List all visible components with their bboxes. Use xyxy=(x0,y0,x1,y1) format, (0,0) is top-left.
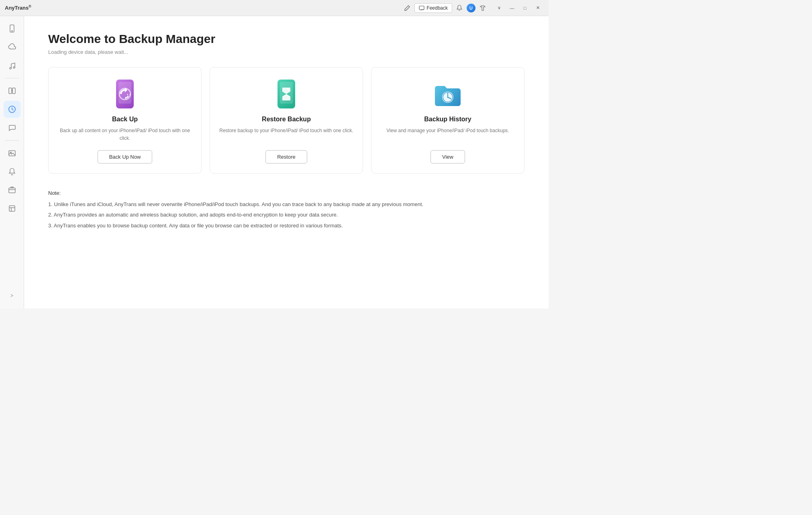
svg-rect-12 xyxy=(9,206,15,211)
edit-icon[interactable] xyxy=(403,4,411,12)
sidebar-mid-group xyxy=(0,82,24,136)
account-icon[interactable] xyxy=(479,4,487,12)
backup-now-button[interactable]: Back Up Now xyxy=(98,150,153,163)
sidebar-top-group xyxy=(0,20,24,74)
page-title: Welcome to Backup Manager xyxy=(48,32,524,46)
history-card-title: Backup History xyxy=(424,116,471,123)
restore-card: Restore Backup Restore backup to your iP… xyxy=(210,67,363,174)
sidebar-expand-button[interactable]: > xyxy=(4,290,20,301)
view-button[interactable]: View xyxy=(430,150,465,163)
history-card-icon xyxy=(433,80,462,108)
avatar[interactable]: U xyxy=(467,4,475,12)
feedback-button[interactable]: Feedback xyxy=(414,3,452,13)
history-card-desc: View and manage your iPhone/iPad/ iPod t… xyxy=(386,127,509,142)
sidebar-item-cloud[interactable] xyxy=(4,39,20,55)
svg-point-4 xyxy=(13,67,15,68)
maximize-button[interactable]: □ xyxy=(519,4,531,12)
sidebar-item-messages[interactable] xyxy=(4,119,20,136)
sidebar-item-photos[interactable] xyxy=(4,145,20,161)
history-card: Backup History View and manage your iPho… xyxy=(371,67,524,174)
restore-button[interactable]: Restore xyxy=(265,150,307,163)
svg-point-2 xyxy=(12,31,12,31)
page-subtitle: Loading device data, please wait... xyxy=(48,49,524,55)
backup-card: Back Up Back up all content on your iPho… xyxy=(48,67,202,174)
sidebar-item-transfer[interactable] xyxy=(4,82,20,99)
sidebar-item-more[interactable] xyxy=(4,200,20,217)
sidebar-footer: > xyxy=(4,290,20,305)
sidebar-divider-2 xyxy=(5,140,19,141)
backup-card-desc: Back up all content on your iPhone/iPad/… xyxy=(57,127,193,142)
titlebar-left: AnyTrans® xyxy=(5,4,31,11)
window-controls: ∨ — □ ✕ xyxy=(493,4,544,12)
app-body: > Welcome to Backup Manager Loading devi… xyxy=(0,16,549,309)
sidebar-item-alerts[interactable] xyxy=(4,163,20,180)
svg-point-22 xyxy=(447,96,449,98)
note-item-2: 2. AnyTrans provides an automatic and wi… xyxy=(48,210,524,219)
svg-rect-8 xyxy=(9,151,15,156)
sidebar-divider-1 xyxy=(5,78,19,78)
main-content: Welcome to Backup Manager Loading device… xyxy=(24,16,549,309)
sidebar: > xyxy=(0,16,24,309)
restore-card-icon xyxy=(272,80,301,108)
backup-card-icon xyxy=(110,80,139,108)
note-item-3: 3. AnyTrans enables you to browse backup… xyxy=(48,221,524,230)
dropdown-btn[interactable]: ∨ xyxy=(493,4,505,12)
titlebar: AnyTrans® Feedback U xyxy=(0,0,549,16)
notes-section: Note: 1. Unlike iTunes and iCloud, AnyTr… xyxy=(48,188,524,230)
svg-rect-5 xyxy=(9,88,12,94)
app-title: AnyTrans® xyxy=(5,4,31,11)
backup-card-title: Back Up xyxy=(112,116,138,123)
sidebar-item-device[interactable] xyxy=(4,20,20,37)
notification-icon[interactable] xyxy=(455,4,463,12)
svg-rect-10 xyxy=(9,188,15,193)
svg-rect-0 xyxy=(419,6,424,10)
note-item-1: 1. Unlike iTunes and iCloud, AnyTrans wi… xyxy=(48,200,524,209)
notes-title: Note: xyxy=(48,188,524,198)
svg-point-3 xyxy=(10,67,11,69)
restore-card-desc: Restore backup to your iPhone/iPad/ iPod… xyxy=(219,127,353,142)
close-button[interactable]: ✕ xyxy=(532,4,544,12)
restore-card-title: Restore Backup xyxy=(262,116,311,123)
svg-rect-6 xyxy=(12,88,15,94)
sidebar-item-apps[interactable] xyxy=(4,182,20,198)
cards-row: Back Up Back up all content on your iPho… xyxy=(48,67,524,174)
titlebar-right: Feedback U ∨ — □ ✕ xyxy=(403,3,544,13)
sidebar-bottom-group xyxy=(0,145,24,217)
sidebar-item-music[interactable] xyxy=(4,57,20,74)
minimize-button[interactable]: — xyxy=(506,4,518,12)
sidebar-item-backup[interactable] xyxy=(4,101,20,118)
